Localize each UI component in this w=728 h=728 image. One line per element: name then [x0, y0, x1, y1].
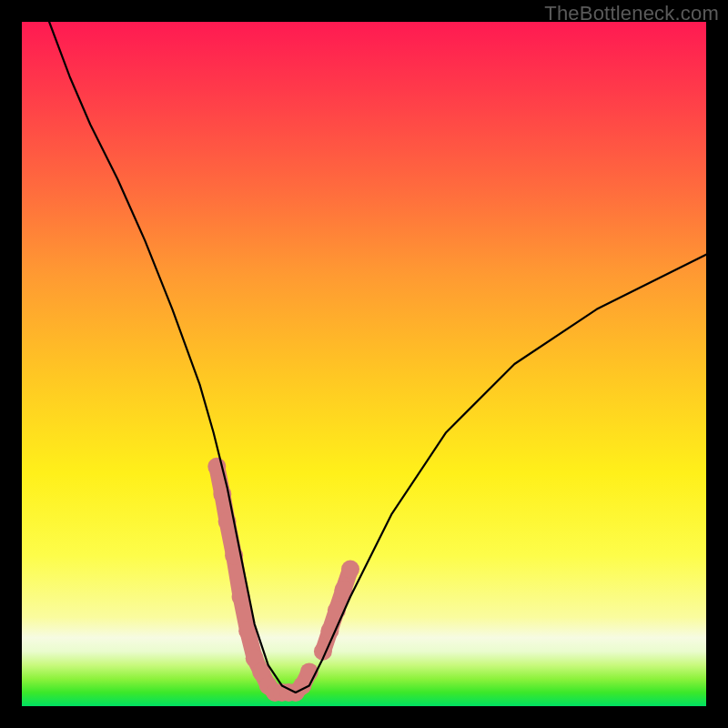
marker-cluster-right-dot [341, 561, 359, 579]
marker-layer [207, 458, 359, 702]
bottleneck-curve [49, 22, 706, 693]
chart-svg [22, 22, 706, 706]
marker-cluster-right-dot [328, 602, 346, 620]
outer-frame: TheBottleneck.com [0, 0, 728, 728]
plot-area [22, 22, 706, 706]
